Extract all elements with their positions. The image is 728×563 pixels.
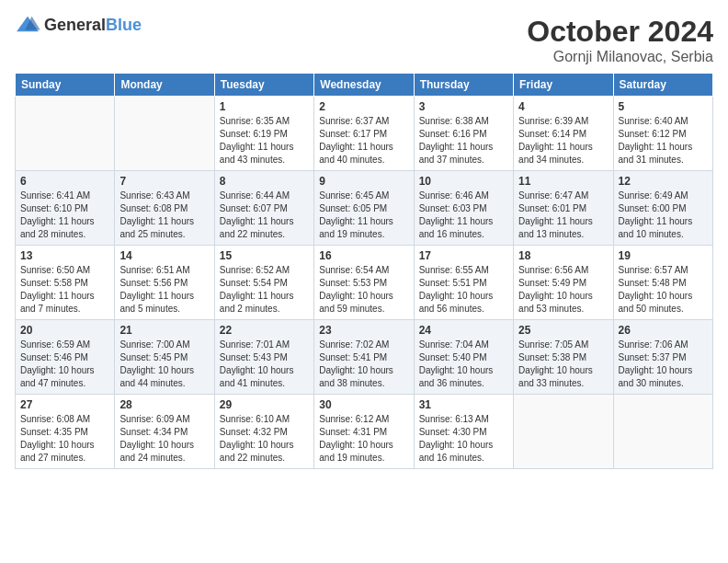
calendar-day-cell: 15Sunrise: 6:52 AMSunset: 5:54 PMDayligh… [214, 246, 313, 320]
day-content: Sunrise: 6:47 AMSunset: 6:01 PMDaylight:… [518, 190, 608, 241]
day-content: Sunrise: 6:54 AMSunset: 5:53 PMDaylight:… [319, 264, 408, 316]
day-content: Sunrise: 6:43 AMSunset: 6:08 PMDaylight:… [119, 190, 209, 241]
weekday-header-cell: Saturday [613, 74, 712, 97]
day-content: Sunrise: 6:41 AMSunset: 6:10 PMDaylight:… [20, 190, 109, 241]
day-number: 31 [419, 398, 508, 411]
day-number: 30 [319, 398, 408, 411]
day-number: 27 [20, 398, 109, 411]
weekday-header-cell: Tuesday [214, 74, 313, 97]
calendar-week-row: 1Sunrise: 6:35 AMSunset: 6:19 PMDaylight… [16, 97, 713, 171]
day-number: 2 [319, 100, 408, 113]
day-content: Sunrise: 6:39 AMSunset: 6:14 PMDaylight:… [518, 115, 608, 167]
calendar-day-cell: 26Sunrise: 7:06 AMSunset: 5:37 PMDayligh… [613, 320, 712, 395]
day-number: 23 [319, 324, 408, 337]
calendar-day-cell [115, 97, 214, 171]
day-number: 10 [419, 175, 508, 188]
calendar-day-cell: 30Sunrise: 6:12 AMSunset: 4:31 PMDayligh… [314, 395, 414, 469]
calendar-day-cell: 7Sunrise: 6:43 AMSunset: 6:08 PMDaylight… [115, 171, 214, 246]
day-number: 25 [518, 324, 608, 337]
calendar-day-cell: 13Sunrise: 6:50 AMSunset: 5:58 PMDayligh… [16, 246, 115, 320]
day-number: 6 [20, 175, 109, 188]
day-content: Sunrise: 6:45 AMSunset: 6:05 PMDaylight:… [319, 190, 408, 241]
day-content: Sunrise: 7:06 AMSunset: 5:37 PMDaylight:… [619, 339, 708, 390]
day-content: Sunrise: 6:57 AMSunset: 5:48 PMDaylight:… [619, 264, 708, 316]
day-number: 13 [20, 249, 109, 262]
day-number: 18 [518, 249, 608, 262]
calendar-day-cell: 4Sunrise: 6:39 AMSunset: 6:14 PMDaylight… [514, 97, 613, 171]
day-content: Sunrise: 6:35 AMSunset: 6:19 PMDaylight:… [220, 115, 309, 167]
day-content: Sunrise: 6:49 AMSunset: 6:00 PMDaylight:… [619, 190, 708, 241]
calendar-day-cell: 25Sunrise: 7:05 AMSunset: 5:38 PMDayligh… [514, 320, 613, 395]
calendar-day-cell: 18Sunrise: 6:56 AMSunset: 5:49 PMDayligh… [514, 246, 613, 320]
day-content: Sunrise: 7:00 AMSunset: 5:45 PMDaylight:… [119, 339, 209, 390]
day-content: Sunrise: 6:59 AMSunset: 5:46 PMDaylight:… [20, 339, 109, 390]
day-number: 22 [220, 324, 309, 337]
calendar-day-cell: 21Sunrise: 7:00 AMSunset: 5:45 PMDayligh… [115, 320, 214, 395]
day-content: Sunrise: 6:12 AMSunset: 4:31 PMDaylight:… [319, 413, 408, 465]
day-content: Sunrise: 7:05 AMSunset: 5:38 PMDaylight:… [518, 339, 608, 390]
day-number: 15 [220, 249, 309, 262]
day-content: Sunrise: 6:08 AMSunset: 4:35 PMDaylight:… [20, 413, 109, 465]
calendar-day-cell: 29Sunrise: 6:10 AMSunset: 4:32 PMDayligh… [214, 395, 313, 469]
day-number: 14 [119, 249, 209, 262]
month-title: October 2024 [527, 15, 713, 49]
calendar-day-cell: 11Sunrise: 6:47 AMSunset: 6:01 PMDayligh… [514, 171, 613, 246]
calendar-week-row: 13Sunrise: 6:50 AMSunset: 5:58 PMDayligh… [16, 246, 713, 320]
calendar-body: 1Sunrise: 6:35 AMSunset: 6:19 PMDaylight… [16, 97, 713, 469]
day-number: 26 [619, 324, 708, 337]
day-number: 4 [518, 100, 608, 113]
calendar-day-cell: 23Sunrise: 7:02 AMSunset: 5:41 PMDayligh… [314, 320, 414, 395]
day-number: 9 [319, 175, 408, 188]
day-content: Sunrise: 6:37 AMSunset: 6:17 PMDaylight:… [319, 115, 408, 167]
calendar-table: SundayMondayTuesdayWednesdayThursdayFrid… [15, 73, 713, 469]
calendar-week-row: 6Sunrise: 6:41 AMSunset: 6:10 PMDaylight… [16, 171, 713, 246]
calendar-day-cell: 22Sunrise: 7:01 AMSunset: 5:43 PMDayligh… [214, 320, 313, 395]
weekday-header-cell: Monday [115, 74, 214, 97]
day-content: Sunrise: 6:44 AMSunset: 6:07 PMDaylight:… [220, 190, 309, 241]
calendar-day-cell: 17Sunrise: 6:55 AMSunset: 5:51 PMDayligh… [414, 246, 513, 320]
logo: GeneralBlue [15, 15, 142, 35]
calendar-day-cell [16, 97, 115, 171]
day-content: Sunrise: 6:13 AMSunset: 4:30 PMDaylight:… [419, 413, 508, 465]
calendar-day-cell: 1Sunrise: 6:35 AMSunset: 6:19 PMDaylight… [214, 97, 313, 171]
day-number: 29 [220, 398, 309, 411]
weekday-header-row: SundayMondayTuesdayWednesdayThursdayFrid… [16, 74, 713, 97]
calendar-day-cell: 12Sunrise: 6:49 AMSunset: 6:00 PMDayligh… [613, 171, 712, 246]
logo-text-blue: Blue [106, 16, 142, 34]
day-number: 21 [119, 324, 209, 337]
day-number: 7 [119, 175, 209, 188]
day-content: Sunrise: 6:09 AMSunset: 4:34 PMDaylight:… [119, 413, 209, 465]
day-content: Sunrise: 6:52 AMSunset: 5:54 PMDaylight:… [220, 264, 309, 316]
weekday-header-cell: Thursday [414, 74, 513, 97]
calendar-day-cell [514, 395, 613, 469]
weekday-header-cell: Sunday [16, 74, 115, 97]
logo-text-general: General [44, 16, 106, 34]
calendar-day-cell: 5Sunrise: 6:40 AMSunset: 6:12 PMDaylight… [613, 97, 712, 171]
calendar-day-cell: 16Sunrise: 6:54 AMSunset: 5:53 PMDayligh… [314, 246, 414, 320]
location-title: Gornji Milanovac, Serbia [527, 49, 713, 65]
calendar-week-row: 20Sunrise: 6:59 AMSunset: 5:46 PMDayligh… [16, 320, 713, 395]
title-block: October 2024 Gornji Milanovac, Serbia [527, 15, 713, 65]
calendar-day-cell: 28Sunrise: 6:09 AMSunset: 4:34 PMDayligh… [115, 395, 214, 469]
calendar-day-cell: 14Sunrise: 6:51 AMSunset: 5:56 PMDayligh… [115, 246, 214, 320]
calendar-day-cell: 31Sunrise: 6:13 AMSunset: 4:30 PMDayligh… [414, 395, 513, 469]
weekday-header-cell: Friday [514, 74, 613, 97]
day-number: 11 [518, 175, 608, 188]
calendar-day-cell: 8Sunrise: 6:44 AMSunset: 6:07 PMDaylight… [214, 171, 313, 246]
calendar-day-cell: 20Sunrise: 6:59 AMSunset: 5:46 PMDayligh… [16, 320, 115, 395]
calendar-day-cell: 24Sunrise: 7:04 AMSunset: 5:40 PMDayligh… [414, 320, 513, 395]
day-content: Sunrise: 6:50 AMSunset: 5:58 PMDaylight:… [20, 264, 109, 316]
day-content: Sunrise: 6:56 AMSunset: 5:49 PMDaylight:… [518, 264, 608, 316]
day-content: Sunrise: 6:38 AMSunset: 6:16 PMDaylight:… [419, 115, 508, 167]
day-content: Sunrise: 7:04 AMSunset: 5:40 PMDaylight:… [419, 339, 508, 390]
day-content: Sunrise: 6:40 AMSunset: 6:12 PMDaylight:… [619, 115, 708, 167]
day-number: 3 [419, 100, 508, 113]
calendar-day-cell: 3Sunrise: 6:38 AMSunset: 6:16 PMDaylight… [414, 97, 513, 171]
day-content: Sunrise: 7:02 AMSunset: 5:41 PMDaylight:… [319, 339, 408, 390]
day-number: 1 [220, 100, 309, 113]
day-content: Sunrise: 6:51 AMSunset: 5:56 PMDaylight:… [119, 264, 209, 316]
calendar-day-cell [613, 395, 712, 469]
day-number: 5 [619, 100, 708, 113]
day-number: 16 [319, 249, 408, 262]
day-number: 12 [619, 175, 708, 188]
